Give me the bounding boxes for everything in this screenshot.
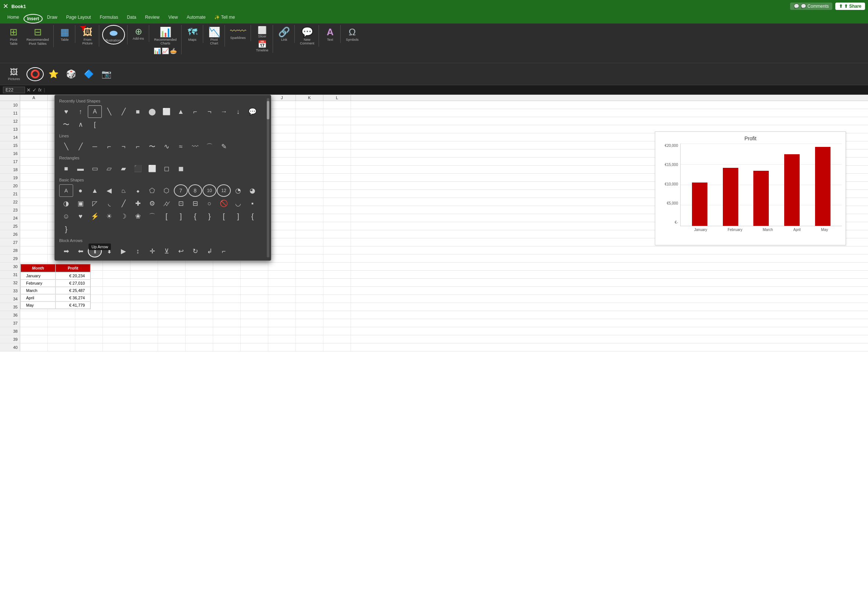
shape-chord[interactable]: ◑ — [59, 197, 73, 210]
shape-corner[interactable]: ◸ — [88, 197, 102, 210]
shape-frame[interactable]: ▣ — [74, 197, 87, 210]
cell-K20[interactable] — [296, 182, 323, 190]
cell-F40[interactable] — [158, 343, 186, 351]
cell-G35[interactable] — [186, 303, 213, 311]
line-diag1[interactable]: ╲ — [59, 140, 73, 153]
cell-L10[interactable] — [323, 101, 351, 109]
cell-J30[interactable] — [268, 262, 296, 270]
cell-E30[interactable] — [130, 262, 158, 270]
icons-sub-button[interactable]: ⭐ — [45, 68, 61, 80]
cell-A37[interactable] — [20, 319, 48, 327]
shape-brack2[interactable]: ] — [174, 210, 188, 222]
rect-rounded2[interactable]: ▭ — [88, 162, 102, 175]
cell-I35[interactable] — [241, 303, 268, 311]
cell-J27[interactable] — [268, 239, 296, 246]
chart-type-pie[interactable]: 🥧 — [170, 47, 177, 54]
cell-reference[interactable] — [3, 87, 25, 93]
shape-heart2[interactable]: ♥ — [74, 210, 87, 222]
tab-tell-me[interactable]: ✨ Tell me — [210, 13, 239, 24]
cell-J36[interactable] — [268, 311, 296, 319]
line-curved2[interactable]: ∿ — [159, 140, 173, 153]
shape-elbow2[interactable]: ¬ — [202, 105, 217, 118]
shape-brace4[interactable]: } — [59, 223, 73, 236]
cell-D32[interactable] — [103, 279, 130, 286]
cell-K11[interactable] — [296, 109, 323, 117]
shape-gear[interactable]: ⚙ — [145, 197, 159, 210]
cell-D39[interactable] — [103, 335, 130, 343]
cell-A25[interactable] — [20, 222, 48, 230]
cell-F36[interactable] — [158, 311, 186, 319]
cell-I36[interactable] — [241, 311, 268, 319]
cell-A17[interactable] — [20, 158, 48, 165]
line-corner2[interactable]: ¬ — [117, 140, 130, 153]
cell-G33[interactable] — [186, 287, 213, 295]
shape-num7[interactable]: 7 — [174, 184, 188, 197]
cell-J14[interactable] — [268, 133, 296, 141]
shape-right-block[interactable]: ➡ — [59, 245, 73, 258]
shape-wave[interactable]: 〜 — [59, 118, 73, 131]
cell-I34[interactable] — [241, 295, 268, 303]
shape-circular[interactable]: ↻ — [188, 245, 202, 258]
cell-E33[interactable] — [130, 287, 158, 295]
cell-C37[interactable] — [75, 319, 103, 327]
shape-down-arrow[interactable]: ↓ — [231, 105, 245, 118]
shape-rtri[interactable]: ◀ — [102, 184, 116, 197]
cell-A23[interactable] — [20, 206, 48, 214]
shape-elbow1[interactable]: ⌐ — [188, 105, 202, 118]
cell-K38[interactable] — [296, 327, 323, 335]
cell-C39[interactable] — [75, 335, 103, 343]
cell-J11[interactable] — [268, 109, 296, 117]
new-comment-button[interactable]: 💬 NewComment — [298, 25, 316, 47]
cell-L11[interactable] — [323, 109, 351, 117]
cell-L36[interactable] — [323, 311, 351, 319]
rect-snip2[interactable]: ▰ — [117, 162, 130, 175]
cell-L21[interactable] — [323, 190, 351, 197]
shape-text-box[interactable]: A — [88, 105, 102, 118]
tab-review[interactable]: Review — [141, 13, 164, 24]
cell-L31[interactable] — [323, 271, 351, 278]
shape-frame2[interactable]: ⊟ — [188, 197, 202, 210]
shape-rounded-rect[interactable]: ⬜ — [159, 105, 173, 118]
cell-A13[interactable] — [20, 125, 48, 133]
cell-A10[interactable] — [20, 101, 48, 109]
chart-type-line[interactable]: 📈 — [162, 47, 169, 54]
sparklines-button[interactable]: 〰〰 Sparklines — [228, 25, 248, 41]
comments-button[interactable]: 💬 💬 Comments — [790, 3, 833, 10]
shape-snipped[interactable]: ◟ — [102, 197, 116, 210]
cell-K21[interactable] — [296, 190, 323, 197]
cell-G37[interactable] — [186, 319, 213, 327]
cell-J31[interactable] — [268, 271, 296, 278]
shape-up-arrow-recent[interactable]: ↑ — [74, 105, 87, 118]
shape-lightning[interactable]: ⚡ — [88, 210, 102, 222]
shape-curve[interactable]: ⌒ — [145, 210, 159, 222]
cell-F32[interactable] — [158, 279, 186, 286]
shape-oval2[interactable]: ● — [74, 184, 87, 197]
cell-K16[interactable] — [296, 149, 323, 157]
cell-H40[interactable] — [213, 343, 241, 351]
cell-E40[interactable] — [130, 343, 158, 351]
cell-A36[interactable] — [20, 311, 48, 319]
cell-A20[interactable] — [20, 182, 48, 190]
shape-num10[interactable]: 10 — [202, 184, 217, 197]
shape-pent[interactable]: ⬠ — [145, 184, 159, 197]
shape-line2[interactable]: ╱ — [117, 105, 130, 118]
scrollbar-thumb[interactable] — [267, 101, 269, 119]
chart-type-bar[interactable]: 📊 — [154, 47, 161, 54]
cell-J32[interactable] — [268, 279, 296, 286]
cell-K36[interactable] — [296, 311, 323, 319]
line-squiggle[interactable]: ≈ — [174, 140, 188, 153]
cell-J10[interactable] — [268, 101, 296, 109]
line-wave2[interactable]: 〰 — [188, 140, 202, 153]
tab-insert[interactable]: Insert — [24, 14, 43, 24]
cell-A16[interactable] — [20, 149, 48, 157]
shape-curved-left[interactable]: ↲ — [202, 245, 217, 258]
cell-F39[interactable] — [158, 335, 186, 343]
shape-heart[interactable]: ♥ — [59, 105, 73, 118]
shape-notch-right[interactable]: ⊻ — [159, 245, 173, 258]
cell-E35[interactable] — [130, 303, 158, 311]
symbols-button[interactable]: Ω Symbols — [344, 25, 361, 43]
cell-H35[interactable] — [213, 303, 241, 311]
cell-D33[interactable] — [103, 287, 130, 295]
shape-brace1[interactable]: { — [188, 210, 202, 222]
link-button[interactable]: 🔗 Link — [276, 25, 292, 43]
